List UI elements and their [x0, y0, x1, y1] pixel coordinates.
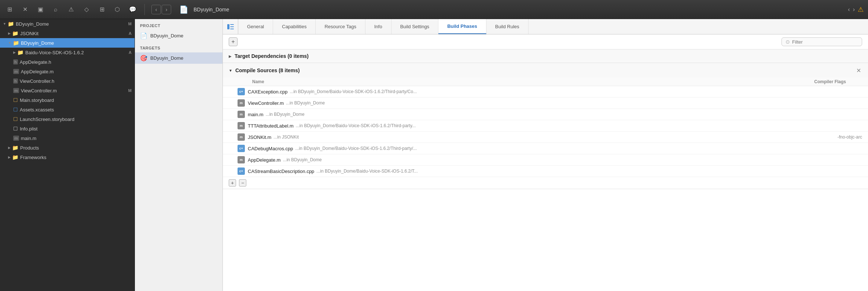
- nav-badge: M: [128, 88, 132, 93]
- separator-1: [144, 4, 145, 15]
- nav-badge: M: [128, 22, 132, 26]
- nav-triangle: ▶: [8, 155, 11, 159]
- files-table-header: Name Compiler Flags: [223, 78, 868, 86]
- file-path: ...in BDyuyin_Dome: [286, 100, 325, 106]
- storyboard-icon: ☐: [13, 97, 18, 103]
- build-add-button[interactable]: +: [229, 37, 238, 46]
- phase-title: Compile Sources (8 items): [235, 67, 300, 73]
- nav-item-appdelegate-m[interactable]: mAppDelegate.m: [0, 67, 135, 76]
- plist-icon: ☐: [13, 126, 18, 132]
- table-row[interactable]: m TTTAttributedLabel.m ...in BDyuyin_Dom…: [223, 120, 868, 132]
- file-type-badge: m: [238, 156, 245, 163]
- build-toolbar: + ⊙: [223, 34, 868, 49]
- nav-item-main-m[interactable]: mmain.m: [0, 133, 135, 143]
- tab-resource-tags[interactable]: Resource Tags: [316, 19, 365, 34]
- nav-item-label: LaunchScreen.storyboard: [20, 117, 132, 122]
- target-item-icon: 🎯: [140, 55, 147, 62]
- project-item[interactable]: 📄 BDyuyin_Dome: [135, 30, 222, 41]
- column-name: Name: [252, 79, 773, 84]
- home-icon[interactable]: ⊞: [4, 4, 15, 15]
- file-type-badge: m: [238, 122, 245, 129]
- nav-item-appdelegate-h[interactable]: hAppDelegate.h: [0, 57, 135, 67]
- phase-close-button[interactable]: ✕: [855, 67, 862, 74]
- tab-build-rules[interactable]: Build Rules: [486, 19, 529, 34]
- nav-item-bdyuyin-dome[interactable]: ▼📁BDyuyin_Dome: [0, 38, 135, 48]
- phase-triangle: ▼: [229, 69, 232, 73]
- table-row[interactable]: c+ CAStreamBasicDescription.cpp ...in BD…: [223, 166, 868, 177]
- tag-icon[interactable]: ⬡: [112, 4, 122, 15]
- warning-badge[interactable]: ⚠: [858, 5, 864, 14]
- table-row[interactable]: m JSONKit.m ...in JSONKit -fno-objc-arc: [223, 132, 868, 143]
- file-type-badge: c+: [238, 88, 245, 95]
- filter-input[interactable]: [792, 39, 858, 45]
- phase-title: Target Dependencies (0 items): [235, 53, 309, 59]
- speech-icon[interactable]: 💬: [128, 4, 138, 15]
- toolbar-right: ‹ › ⚠: [848, 5, 864, 14]
- file-path: ...in BDyuyin_Dome/Baidu-Voice-SDK-iOS-1…: [316, 169, 418, 174]
- nav-item-jsonkit[interactable]: ▶📁JSONKitA: [0, 29, 135, 38]
- phase-header-target-dependencies[interactable]: ▶ Target Dependencies (0 items): [223, 49, 868, 63]
- diamond-icon[interactable]: ◇: [81, 4, 92, 15]
- m-file-icon: m: [13, 136, 19, 141]
- tab-general[interactable]: General: [238, 19, 273, 34]
- nav-item-info-plist[interactable]: ☐Info.plist: [0, 124, 135, 133]
- nav-right-icon[interactable]: ›: [853, 6, 855, 13]
- table-row[interactable]: m ViewController.m ...in BDyuyin_Dome: [223, 97, 868, 109]
- nav-item-label: JSONKit: [20, 31, 129, 36]
- nav-left-icon[interactable]: ‹: [848, 6, 850, 13]
- svg-rect-2: [230, 26, 234, 27]
- file-name: CAXException.cpp: [248, 89, 287, 95]
- tab-build-settings[interactable]: Build Settings: [391, 19, 439, 34]
- phase-header-compile-sources[interactable]: ▼ Compile Sources (8 items) ✕: [223, 63, 868, 78]
- search-icon[interactable]: ⌕: [51, 4, 61, 15]
- h-file-icon: h: [13, 59, 18, 65]
- table-row[interactable]: c+ CAXException.cpp ...in BDyuyin_Dome/B…: [223, 86, 868, 97]
- file-flags: -fno-objc-arc: [838, 135, 862, 140]
- forward-button[interactable]: ›: [162, 5, 171, 14]
- targets-section-header: TARGETS: [135, 41, 222, 52]
- nav-item-bdyuyin-dome-root[interactable]: ▼📁BDyuyin_DomeM: [0, 19, 135, 29]
- nav-item-products[interactable]: ▶📁Products: [0, 143, 135, 152]
- back-button[interactable]: ‹: [151, 5, 161, 14]
- phase-remove-button[interactable]: −: [239, 179, 246, 187]
- target-item[interactable]: 🎯 BDyuyin_Dome: [135, 52, 222, 64]
- folder-icon: 📁: [13, 40, 19, 46]
- nav-item-assets-xcassets[interactable]: ☐Assets.xcassets: [0, 105, 135, 114]
- main-layout: ▼📁BDyuyin_DomeM▶📁JSONKitA▼📁BDyuyin_Dome▶…: [0, 19, 868, 291]
- tab-info[interactable]: Info: [365, 19, 391, 34]
- stop-icon[interactable]: ✕: [20, 4, 30, 15]
- nav-item-label: ViewController.h: [20, 78, 132, 84]
- folder-icon: 📁: [17, 49, 23, 55]
- nav-buttons: ‹ ›: [151, 5, 171, 14]
- file-name: TTTAttributedLabel.m: [248, 123, 294, 129]
- tab-build-phases[interactable]: Build Phases: [438, 19, 486, 34]
- table-row[interactable]: m main.m ...in BDyuyin_Dome: [223, 109, 868, 120]
- grid-icon[interactable]: ⊞: [97, 4, 107, 15]
- tab-bar: GeneralCapabilitiesResource TagsInfoBuil…: [223, 19, 868, 34]
- project-item-icon: 📄: [140, 32, 147, 39]
- sidebar-toggle[interactable]: [223, 19, 238, 34]
- folder-icon: 📁: [12, 30, 18, 36]
- nav-item-baidu-voice-sdk[interactable]: ▶📁Baidu-Voice-SDK-iOS-1.6.2A: [0, 48, 135, 57]
- nav-item-launchscreen-storyboard[interactable]: ☐LaunchScreen.storyboard: [0, 114, 135, 124]
- nav-item-frameworks[interactable]: ▶📁Frameworks: [0, 152, 135, 162]
- nav-item-main-storyboard[interactable]: ☐Main.storyboard: [0, 95, 135, 105]
- device-icon[interactable]: ▣: [35, 4, 45, 15]
- table-row[interactable]: m AppDelegate.m ...in BDyuyin_Dome: [223, 154, 868, 166]
- file-name: ViewController.m: [248, 100, 284, 106]
- nav-item-viewcontroller-h[interactable]: hViewController.h: [0, 76, 135, 86]
- phase-add-button[interactable]: +: [229, 179, 236, 187]
- tab-capabilities[interactable]: Capabilities: [273, 19, 316, 34]
- nav-triangle: ▶: [8, 146, 11, 150]
- file-name: main.m: [248, 112, 264, 117]
- nav-item-viewcontroller-m[interactable]: mViewController.mM: [0, 86, 135, 95]
- toolbar-filename: BDyuyin_Dome: [194, 7, 229, 12]
- file-path: ...in BDyuyin_Dome/Baidu-Voice-SDK-iOS-1…: [295, 146, 417, 151]
- table-row[interactable]: c+ CADebugMacros.cpp ...in BDyuyin_Dome/…: [223, 143, 868, 154]
- nav-item-label: ViewController.m: [21, 88, 128, 93]
- warning-icon[interactable]: ⚠: [66, 4, 76, 15]
- storyboard-icon: ☐: [13, 116, 18, 122]
- folder-icon: 📁: [8, 21, 14, 27]
- file-type-badge: m: [238, 99, 245, 107]
- file-name: CADebugMacros.cpp: [248, 146, 293, 151]
